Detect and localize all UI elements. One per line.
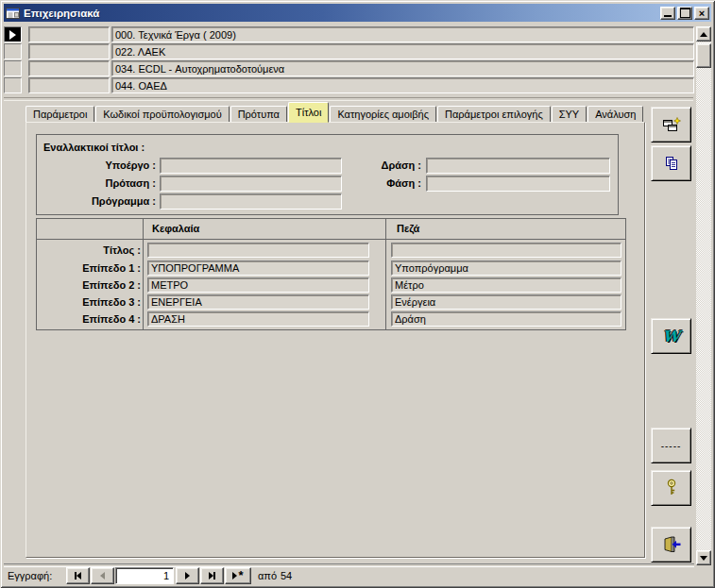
arrow-down-icon [700, 556, 707, 561]
record-selector[interactable] [4, 77, 22, 93]
header-peza: Πεζά [397, 223, 419, 234]
table-header-divider [37, 239, 625, 240]
record-selector[interactable] [4, 43, 22, 59]
epipedo1-kefalaia-field[interactable] [147, 260, 369, 276]
titles-table: Κεφαλαία Πεζά Τίτλος : Επίπεδο 1 : Επίπε… [36, 218, 626, 330]
window-title: Επιχειρησιακά [24, 8, 658, 19]
drasi-label: Δράση : [330, 158, 421, 173]
record-title-box[interactable]: 022. ΛΑΕΚ [111, 43, 694, 59]
new-record-nav-icon: * [238, 572, 243, 580]
fasi-field[interactable] [426, 176, 610, 192]
ypoergo-label: Υποέργο : [39, 158, 156, 173]
fasi-label: Φάση : [330, 176, 421, 191]
record-nav-label: Εγγραφή: [8, 569, 52, 582]
tab-strip: Παράμετροι Κωδικοί προϋπολογισμού Πρότυπ… [26, 102, 644, 123]
epipedo4-kefalaia-field[interactable] [147, 311, 369, 327]
record-code-box[interactable] [28, 43, 110, 59]
previous-record-icon [100, 572, 105, 580]
scrollbar-down-button[interactable] [696, 550, 711, 565]
tab-kodikoi-proypologismou[interactable]: Κωδικοί προϋπολογισμού [95, 106, 229, 123]
epipedo1-peza-field[interactable] [391, 260, 621, 276]
record-code-box[interactable] [28, 60, 110, 76]
row-label-epipedo2: Επίπεδο 2 : [39, 277, 141, 293]
row-label-epipedo3: Επίπεδο 3 : [39, 294, 141, 310]
new-record-icon [662, 117, 681, 132]
first-record-icon [77, 572, 81, 580]
next-record-icon [185, 572, 190, 580]
record-number-input[interactable] [115, 567, 174, 584]
scrollbar-thumb[interactable] [696, 43, 711, 68]
minimize-icon [664, 15, 672, 17]
programma-label: Πρόγραμμα : [39, 193, 156, 209]
nav-last-button[interactable] [200, 567, 224, 584]
tab-parametroi-epilogis[interactable]: Παράμετροι επιλογής [437, 106, 551, 123]
ypoergo-field[interactable] [160, 158, 342, 174]
drasi-field[interactable] [426, 158, 610, 174]
word-icon: W [663, 328, 680, 345]
nav-first-button[interactable] [66, 567, 90, 584]
protasi-field[interactable] [160, 176, 342, 192]
word-export-button[interactable]: W [651, 318, 691, 354]
key-icon [666, 479, 677, 497]
row-label-epipedo1: Επίπεδο 1 : [39, 260, 141, 276]
titlos-kefalaia-field[interactable] [147, 243, 369, 258]
app-window: Επιχειρησιακά × 000. Τεχνικά Έργα ( 2009… [0, 0, 715, 588]
form-scrollbar[interactable] [696, 26, 711, 565]
programma-field[interactable] [160, 193, 342, 210]
record-count-of-label: από [258, 569, 277, 582]
record-code-box[interactable] [28, 77, 110, 93]
table-divider [385, 219, 386, 329]
new-record-nav-icon [232, 572, 237, 580]
tab-analysi[interactable]: Ανάλυση [587, 106, 643, 123]
form-icon [6, 8, 20, 19]
section-divider [4, 97, 693, 101]
record-title-box[interactable]: 000. Τεχνικά Έργα ( 2009) [111, 26, 694, 42]
copy-button[interactable] [651, 145, 691, 181]
close-button[interactable]: × [694, 7, 709, 20]
maximize-icon [680, 8, 690, 18]
tab-parametroi[interactable]: Παράμετροι [26, 106, 94, 123]
new-record-button[interactable] [651, 107, 691, 143]
epipedo2-kefalaia-field[interactable] [147, 277, 369, 293]
exit-door-icon [661, 536, 682, 553]
key-button[interactable] [651, 470, 691, 506]
alt-titles-section-label: Εναλλακτικοί τίτλοι : [43, 142, 145, 153]
alt-titles-groupbox: Εναλλακτικοί τίτλοι : Υποέργο : Δράση : … [36, 134, 619, 215]
epipedo2-peza-field[interactable] [391, 277, 621, 293]
row-label-titlos: Τίτλος : [39, 243, 141, 258]
titlos-peza-field[interactable] [391, 243, 621, 258]
tab-katigories-amoivis[interactable]: Κατηγορίες αμοιβής [330, 106, 436, 123]
title-bar: Επιχειρησιακά × [4, 4, 711, 22]
arrow-up-icon [700, 32, 707, 37]
header-kefalaia: Κεφαλαία [152, 223, 199, 234]
scrollbar-up-button[interactable] [696, 26, 711, 42]
exit-button[interactable] [651, 527, 691, 563]
close-icon: × [699, 8, 705, 18]
current-record-arrow-icon [9, 30, 16, 40]
row-label-epipedo4: Επίπεδο 4 : [39, 311, 141, 327]
tab-syy[interactable]: ΣΥΥ [552, 106, 587, 123]
last-record-icon [213, 572, 215, 580]
record-code-box[interactable] [28, 26, 110, 42]
dashes-button[interactable]: ----- [651, 428, 691, 463]
record-title-box[interactable]: 034. ECDL - Αυτοχρηματοδοτούμενα [111, 60, 694, 76]
nav-previous-button[interactable] [91, 567, 114, 584]
epipedo4-peza-field[interactable] [391, 311, 621, 327]
nav-next-button[interactable] [176, 567, 199, 584]
nav-new-record-button[interactable]: * [225, 567, 251, 584]
tab-titloi[interactable]: Τίτλοι [288, 102, 329, 123]
dashes-icon: ----- [661, 441, 682, 451]
record-count-total: 54 [281, 569, 292, 582]
record-selector[interactable] [4, 60, 22, 76]
epipedo3-kefalaia-field[interactable] [147, 294, 369, 310]
record-selector-current[interactable] [4, 26, 22, 42]
copy-icon [664, 156, 679, 171]
epipedo3-peza-field[interactable] [391, 294, 621, 310]
tab-protypa[interactable]: Πρότυπα [230, 106, 287, 123]
record-title-box[interactable]: 044. ΟΑΕΔ [111, 77, 694, 93]
maximize-button[interactable] [677, 7, 692, 20]
minimize-button[interactable] [660, 7, 675, 20]
table-divider [143, 219, 144, 329]
protasi-label: Πρόταση : [39, 176, 156, 191]
